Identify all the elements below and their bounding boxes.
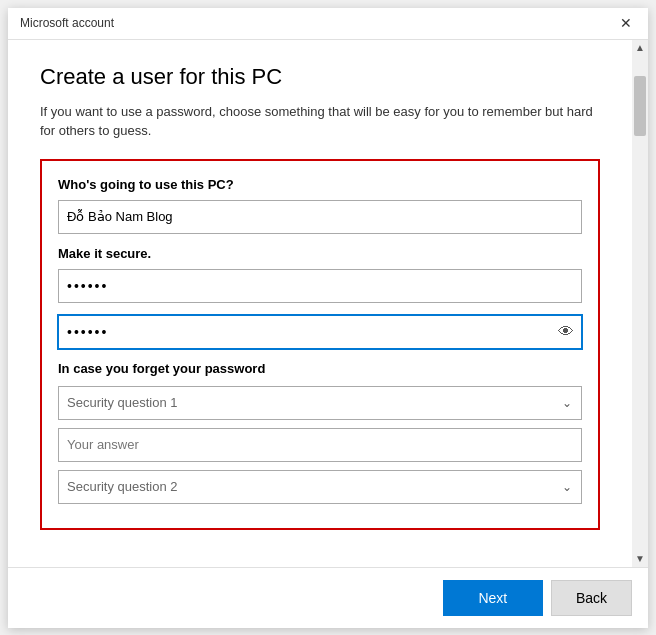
eye-icon[interactable]: 👁 <box>558 323 574 341</box>
password2-wrapper: 👁 <box>58 315 582 349</box>
who-label: Who's going to use this PC? <box>58 177 582 192</box>
security-q1-select[interactable]: Security question 1 Security question 2 … <box>58 386 582 420</box>
make-secure-label: Make it secure. <box>58 246 582 261</box>
answer-input[interactable] <box>58 428 582 462</box>
password2-input[interactable] <box>58 315 582 349</box>
dialog-title: Microsoft account <box>20 16 114 30</box>
scrollbar-thumb[interactable] <box>634 76 646 136</box>
scroll-down-arrow[interactable]: ▼ <box>632 551 648 567</box>
security-q2-select[interactable]: Security question 2 Security question 1 … <box>58 470 582 504</box>
content-area: Create a user for this PC If you want to… <box>8 40 648 567</box>
form-box: Who's going to use this PC? Make it secu… <box>40 159 600 530</box>
title-bar: Microsoft account ✕ <box>8 8 648 40</box>
security-q1-wrapper: Security question 1 Security question 2 … <box>58 386 582 420</box>
dialog-footer: Next Back <box>8 567 648 628</box>
scrollbar: ▲ ▼ <box>632 40 648 567</box>
close-button[interactable]: ✕ <box>616 13 636 33</box>
password1-input[interactable] <box>58 269 582 303</box>
page-description: If you want to use a password, choose so… <box>40 102 600 141</box>
username-input[interactable] <box>58 200 582 234</box>
scroll-up-arrow[interactable]: ▲ <box>632 40 648 56</box>
dialog-window: Microsoft account ✕ Create a user for th… <box>8 8 648 628</box>
forget-password-label: In case you forget your password <box>58 361 582 376</box>
main-content: Create a user for this PC If you want to… <box>8 40 632 567</box>
back-button[interactable]: Back <box>551 580 632 616</box>
next-button[interactable]: Next <box>443 580 543 616</box>
page-title: Create a user for this PC <box>40 64 600 90</box>
security-q2-wrapper: Security question 2 Security question 1 … <box>58 470 582 504</box>
